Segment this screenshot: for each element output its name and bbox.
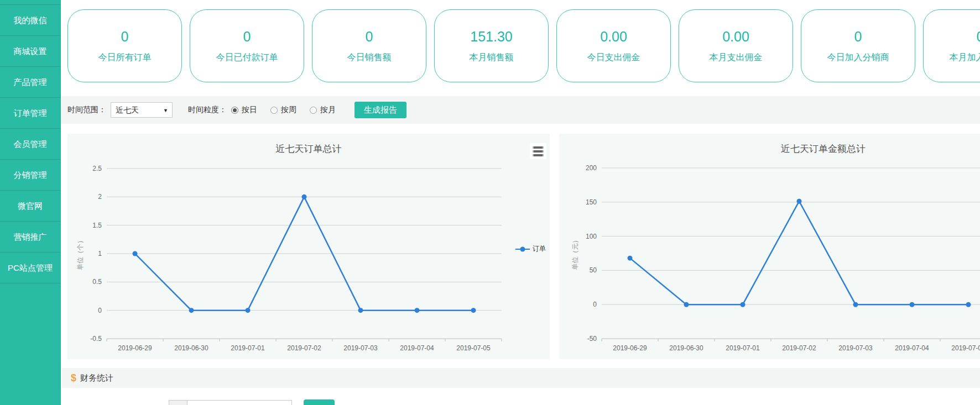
stat-label: 本月销售额 xyxy=(470,52,514,64)
radio-icon xyxy=(270,107,278,114)
stat-value: 0 xyxy=(243,29,251,45)
radio-icon xyxy=(231,107,238,114)
data-point xyxy=(628,256,633,261)
stat-card-month-sales: 151.30 本月销售额 xyxy=(434,9,549,82)
sidebar-top-divider xyxy=(0,0,60,5)
y-tick-label: 0 xyxy=(98,307,102,314)
orders-chart-canvas: -0.500.511.522.52019-06-292019-06-302019… xyxy=(67,134,550,359)
stat-value: 151.30 xyxy=(470,29,512,45)
finance-date-addon[interactable] xyxy=(169,400,187,405)
y-tick-label: 1.5 xyxy=(92,222,102,229)
x-tick-label: 2019-06-29 xyxy=(613,344,647,352)
stat-card-today-orders: 0 今日所有订单 xyxy=(67,9,182,82)
y-tick-label: -50 xyxy=(587,335,597,343)
dollar-icon: $ xyxy=(71,372,76,384)
stat-value: 0 xyxy=(366,29,373,45)
stat-label: 今日已付款订单 xyxy=(216,52,278,64)
series-line xyxy=(630,201,968,304)
x-tick-label: 2019-07-04 xyxy=(895,344,929,352)
radio-by-day[interactable]: 按日 xyxy=(231,105,257,115)
finance-section-title: 财务统计 xyxy=(80,373,113,383)
granularity-radio-group: 按日 按周 按月 xyxy=(231,105,349,115)
y-tick-label: 2 xyxy=(98,193,102,201)
time-range-label: 时间范围： xyxy=(67,105,106,115)
x-tick-label: 2019-07-05 xyxy=(951,344,980,352)
data-point xyxy=(684,302,689,307)
legend-label: 订单 xyxy=(533,244,546,254)
stat-value: 0 xyxy=(121,29,129,45)
sidebar-item-micro-site[interactable]: 微官网 xyxy=(0,191,60,222)
sidebar-item-mall-settings[interactable]: 商城设置 xyxy=(0,36,60,67)
orders-chart-panel: 近七天订单总计 -0.500.511.522.52019-06-292019-0… xyxy=(67,134,550,359)
data-point xyxy=(910,302,915,307)
data-point xyxy=(246,308,251,313)
y-axis-name: 单位（个） xyxy=(76,237,84,270)
stat-label: 本月支出佣金 xyxy=(710,52,763,64)
data-point xyxy=(302,194,307,199)
x-tick-label: 2019-07-01 xyxy=(726,344,760,352)
data-point xyxy=(471,308,476,313)
data-point xyxy=(189,308,194,313)
sidebar-item-my-wechat[interactable]: 我的微信 xyxy=(0,5,60,36)
x-tick-label: 2019-06-30 xyxy=(669,344,703,352)
y-tick-label: 150 xyxy=(586,198,597,206)
x-tick-label: 2019-07-04 xyxy=(400,344,434,352)
sidebar-item-members[interactable]: 会员管理 xyxy=(0,129,60,160)
sidebar-item-pc-site[interactable]: PC站点管理 xyxy=(0,253,60,283)
stat-value: 0 xyxy=(854,29,862,45)
y-tick-label: 200 xyxy=(586,164,597,172)
stat-value: 0.00 xyxy=(600,29,627,45)
generate-report-button[interactable]: 生成报告 xyxy=(355,102,406,118)
data-point xyxy=(358,308,363,313)
x-tick-label: 2019-07-02 xyxy=(287,344,321,352)
sidebar-item-orders[interactable]: 订单管理 xyxy=(0,98,60,129)
y-tick-label: 50 xyxy=(590,266,597,274)
data-point xyxy=(966,302,971,307)
stat-card-month-new-distributors: 0 本月加入分销商 xyxy=(923,9,980,82)
stat-label: 本月加入分销商 xyxy=(950,52,980,64)
stat-card-today-commission: 0.00 今日支出佣金 xyxy=(556,9,671,82)
legend-item-orders[interactable]: 订单 xyxy=(515,244,546,254)
finance-date-input[interactable] xyxy=(187,400,292,405)
stat-label: 今日支出佣金 xyxy=(587,52,640,64)
radio-by-week[interactable]: 按周 xyxy=(270,105,296,115)
radio-icon xyxy=(310,107,317,114)
sidebar-item-marketing[interactable]: 营销推广 xyxy=(0,222,60,253)
data-point xyxy=(853,302,858,307)
stat-value: 0.00 xyxy=(722,29,749,45)
stat-label: 今日加入分销商 xyxy=(827,52,889,64)
data-point xyxy=(797,199,802,204)
stat-card-month-commission: 0.00 本月支出佣金 xyxy=(679,9,793,82)
x-tick-label: 2019-06-30 xyxy=(174,344,208,352)
radio-label: 按日 xyxy=(242,105,257,115)
y-tick-label: 1 xyxy=(98,250,102,257)
x-tick-label: 2019-06-29 xyxy=(118,344,152,352)
legend-line-marker-icon xyxy=(515,246,530,252)
sidebar-item-products[interactable]: 产品管理 xyxy=(0,67,60,98)
report-filter-bar: 时间范围： 近七天 ▼ 时间粒度： 按日 按周 按月 生成报告 xyxy=(61,96,980,124)
stat-cards-row: 0 今日所有订单 0 今日已付款订单 0 今日销售额 151.30 本月销售额 … xyxy=(67,9,980,82)
sidebar-item-distribution[interactable]: 分销管理 xyxy=(0,160,60,191)
stat-label: 今日销售额 xyxy=(347,52,392,64)
y-tick-label: 0 xyxy=(593,301,597,308)
order-amount-chart-canvas: -500501001502002019-06-292019-06-302019-… xyxy=(559,134,980,359)
radio-label: 按月 xyxy=(320,105,336,115)
y-tick-label: 100 xyxy=(586,233,597,240)
radio-by-month[interactable]: 按月 xyxy=(310,105,336,115)
data-point xyxy=(741,302,746,307)
x-tick-label: 2019-07-01 xyxy=(231,344,265,352)
x-tick-label: 2019-07-02 xyxy=(782,344,816,352)
stat-label: 今日所有订单 xyxy=(98,52,152,64)
time-range-selected-value: 近七天 xyxy=(116,106,139,114)
time-range-select[interactable]: 近七天 ▼ xyxy=(111,102,173,118)
data-point xyxy=(133,251,138,256)
finance-search-button[interactable] xyxy=(304,399,335,405)
y-axis-name: 单位（元） xyxy=(571,237,579,270)
y-tick-label: -0.5 xyxy=(90,335,102,343)
stat-card-today-sales: 0 今日销售额 xyxy=(312,9,426,82)
order-amount-chart-panel: 近七天订单金额总计 -500501001502002019-06-292019-… xyxy=(559,134,980,359)
sidebar: 我的微信 商城设置 产品管理 订单管理 会员管理 分销管理 微官网 营销推广 P… xyxy=(0,0,61,405)
stat-card-today-new-distributors: 0 今日加入分销商 xyxy=(801,9,915,82)
x-tick-label: 2019-07-03 xyxy=(838,344,873,352)
finance-section-header: $ 财务统计 xyxy=(62,368,980,388)
